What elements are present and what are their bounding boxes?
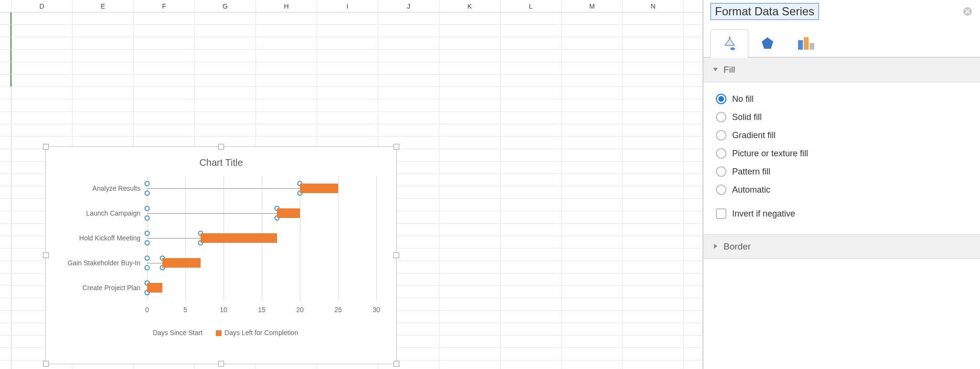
selection-point[interactable] bbox=[145, 206, 150, 211]
chart-legend[interactable]: Days Since StartDays Left for Completion bbox=[52, 319, 391, 336]
legend-item[interactable]: Days Left for Completion bbox=[216, 329, 298, 336]
fill-option[interactable]: Picture or texture fill bbox=[716, 144, 968, 163]
invert-if-negative[interactable]: Invert if negative bbox=[716, 205, 968, 223]
section-border-label: Border bbox=[724, 241, 751, 252]
radio-icon bbox=[716, 148, 726, 159]
fill-option-label: Picture or texture fill bbox=[732, 149, 808, 159]
legend-label: Days Left for Completion bbox=[224, 329, 298, 336]
legend-swatch bbox=[216, 330, 222, 336]
col-header-E[interactable]: E bbox=[73, 0, 134, 12]
fill-option-label: Pattern fill bbox=[732, 167, 770, 177]
bar-segment[interactable] bbox=[147, 233, 201, 243]
x-tick: 15 bbox=[258, 306, 266, 314]
col-header-M[interactable]: M bbox=[562, 0, 623, 12]
col-header-F[interactable]: F bbox=[134, 0, 195, 12]
y-axis-label: Hold Kickoff Meeting bbox=[79, 234, 140, 242]
col-header-G[interactable]: G bbox=[195, 0, 256, 12]
x-tick: 10 bbox=[220, 306, 227, 314]
x-tick: 5 bbox=[183, 306, 187, 314]
fill-option[interactable]: Gradient fill bbox=[716, 126, 968, 144]
triangle-down-icon bbox=[712, 65, 719, 75]
resize-handle-bl[interactable] bbox=[43, 361, 49, 367]
format-pane: Format Data Series Fill No fillSolid fil… bbox=[703, 0, 980, 369]
bar-segment[interactable] bbox=[147, 258, 162, 268]
x-tick: 25 bbox=[334, 306, 342, 314]
fill-option[interactable]: Solid fill bbox=[716, 108, 968, 126]
selection-point[interactable] bbox=[145, 256, 150, 261]
format-pane-title[interactable]: Format Data Series bbox=[710, 3, 819, 20]
x-tick: 0 bbox=[145, 306, 149, 314]
tab-effects-icon[interactable] bbox=[748, 29, 787, 57]
bar-segment[interactable] bbox=[147, 208, 277, 218]
col-header-H[interactable]: H bbox=[256, 0, 317, 12]
section-fill-label: Fill bbox=[724, 65, 735, 75]
chart-title[interactable]: Chart Title bbox=[52, 152, 391, 176]
format-pane-tabs bbox=[703, 26, 980, 57]
svg-marker-2 bbox=[762, 37, 773, 49]
selection-point[interactable] bbox=[145, 216, 150, 221]
radio-icon bbox=[716, 94, 726, 104]
fill-option-label: Gradient fill bbox=[732, 130, 776, 141]
radio-icon bbox=[716, 112, 726, 122]
fill-option[interactable]: Automatic bbox=[716, 181, 968, 199]
plot-area[interactable]: 051015202530Analyze ResultsLaunch Campai… bbox=[147, 176, 379, 319]
svg-point-1 bbox=[730, 47, 735, 50]
resize-handle-tr[interactable] bbox=[394, 144, 399, 150]
col-header-I[interactable]: I bbox=[317, 0, 378, 12]
legend-label: Days Since Start bbox=[153, 329, 202, 336]
tab-series-options-icon[interactable] bbox=[787, 29, 825, 57]
fill-option[interactable]: Pattern fill bbox=[716, 163, 968, 181]
checkbox-icon bbox=[716, 208, 726, 219]
fill-option-label: Solid fill bbox=[732, 112, 762, 122]
col-header-K[interactable]: K bbox=[439, 0, 501, 12]
column-headers: DEFGHIJKLMN bbox=[0, 0, 703, 12]
x-tick: 30 bbox=[373, 306, 380, 314]
triangle-right-icon bbox=[712, 241, 719, 252]
resize-handle-tl[interactable] bbox=[43, 144, 49, 150]
svg-rect-4 bbox=[804, 37, 809, 50]
radio-icon bbox=[716, 166, 726, 177]
radio-icon bbox=[716, 184, 726, 195]
legend-swatch bbox=[144, 330, 150, 336]
close-icon[interactable] bbox=[962, 6, 973, 17]
bar-segment[interactable] bbox=[300, 184, 338, 193]
svg-rect-3 bbox=[798, 40, 803, 50]
selection-point[interactable] bbox=[145, 191, 150, 196]
bar-segment[interactable] bbox=[201, 233, 277, 243]
bar-segment[interactable] bbox=[162, 258, 201, 268]
selection-point[interactable] bbox=[145, 265, 150, 271]
legend-item[interactable]: Days Since Start bbox=[144, 329, 202, 336]
svg-rect-5 bbox=[810, 43, 814, 50]
bar-segment[interactable] bbox=[277, 208, 300, 218]
tab-fill-line-icon[interactable] bbox=[710, 29, 748, 58]
selection-point[interactable] bbox=[145, 231, 150, 236]
fill-option[interactable]: No fill bbox=[716, 90, 968, 108]
spreadsheet-area[interactable]: DEFGHIJKLMN Chart Title 051015202530Anal… bbox=[0, 0, 703, 369]
svg-marker-6 bbox=[713, 68, 718, 71]
resize-handle-tm[interactable] bbox=[218, 144, 224, 150]
selection-point[interactable] bbox=[145, 181, 150, 186]
bar-segment[interactable] bbox=[147, 184, 300, 193]
chart-object[interactable]: Chart Title 051015202530Analyze ResultsL… bbox=[45, 146, 397, 364]
format-pane-header: Format Data Series bbox=[703, 0, 980, 26]
resize-handle-mr[interactable] bbox=[394, 252, 399, 258]
bar-segment[interactable] bbox=[147, 283, 162, 293]
col-header-J[interactable]: J bbox=[378, 0, 439, 12]
fill-option-label: Automatic bbox=[732, 185, 770, 195]
section-fill-body: No fillSolid fillGradient fillPicture or… bbox=[703, 82, 980, 234]
y-axis-label: Launch Campaign bbox=[86, 209, 140, 217]
y-axis-label: Create Project Plan bbox=[83, 284, 140, 292]
section-fill-header[interactable]: Fill bbox=[703, 57, 980, 82]
col-header-L[interactable]: L bbox=[501, 0, 562, 12]
col-header-N[interactable]: N bbox=[623, 0, 684, 12]
col-header-D[interactable]: D bbox=[11, 0, 73, 12]
y-axis-label: Analyze Results bbox=[93, 184, 140, 192]
fill-option-label: No fill bbox=[732, 94, 754, 104]
selection-point[interactable] bbox=[145, 240, 150, 246]
resize-handle-bm[interactable] bbox=[218, 361, 224, 367]
col-header-edge[interactable] bbox=[0, 0, 11, 12]
resize-handle-br[interactable] bbox=[394, 361, 399, 367]
resize-handle-ml[interactable] bbox=[43, 252, 49, 258]
svg-marker-7 bbox=[714, 244, 717, 249]
section-border-header[interactable]: Border bbox=[703, 234, 980, 259]
